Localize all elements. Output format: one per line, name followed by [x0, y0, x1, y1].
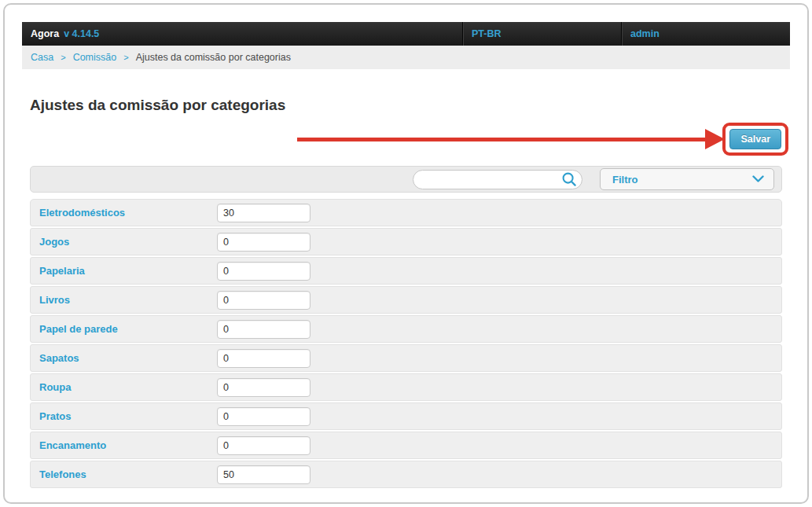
- commission-input[interactable]: [217, 436, 310, 455]
- commission-input[interactable]: [217, 204, 310, 222]
- commission-input[interactable]: [217, 378, 310, 397]
- category-link[interactable]: Pratos: [39, 410, 217, 422]
- category-row-eletrodomesticos: Eletrodomésticos: [30, 199, 782, 226]
- category-link[interactable]: Roupa: [39, 381, 217, 393]
- breadcrumb-separator: >: [123, 53, 128, 62]
- search-icon[interactable]: [561, 171, 577, 187]
- page-title: Ajustes da comissão por categorias: [30, 97, 782, 114]
- category-row-pratos: Pratos: [30, 402, 782, 430]
- category-row-roupa: Roupa: [30, 373, 782, 401]
- save-button[interactable]: Salvar: [729, 129, 781, 149]
- category-row-sapatos: Sapatos: [30, 344, 782, 372]
- annotation-highlight: Salvar: [722, 123, 788, 156]
- breadcrumb-current: Ajustes da comissão por categorias: [136, 52, 291, 63]
- top-bar: Agora v 4.14.5 PT-BR admin: [22, 22, 790, 46]
- annotation-arrow-head: [705, 129, 725, 149]
- category-link[interactable]: Sapatos: [39, 352, 217, 364]
- category-row-papelaria: Papelaria: [30, 257, 782, 285]
- category-link[interactable]: Livros: [39, 294, 217, 306]
- save-row: Salvar: [30, 122, 782, 156]
- user-menu[interactable]: admin: [621, 22, 790, 46]
- annotation-arrow-line: [297, 138, 706, 141]
- app-window: Agora v 4.14.5 PT-BR admin Casa > Comiss…: [3, 3, 809, 504]
- annotation-arrow: [297, 129, 725, 149]
- breadcrumb-link-commission[interactable]: Comissão: [73, 52, 117, 63]
- app-name: Agora: [31, 28, 59, 39]
- commission-input[interactable]: [217, 407, 310, 426]
- category-link[interactable]: Telefones: [39, 468, 217, 480]
- category-row-encanamento: Encanamento: [30, 432, 782, 459]
- commission-input[interactable]: [217, 233, 310, 252]
- toolbar: Filtro: [30, 166, 782, 193]
- filter-label: Filtro: [612, 174, 638, 186]
- category-row-telefones: Telefones: [30, 461, 782, 488]
- category-list: Eletrodomésticos Jogos Papelaria Livros …: [30, 199, 782, 488]
- language-label: PT-BR: [472, 28, 502, 39]
- category-link[interactable]: Jogos: [39, 236, 217, 248]
- commission-input[interactable]: [217, 465, 310, 484]
- category-link[interactable]: Encanamento: [39, 439, 217, 451]
- category-row-papel-de-parede: Papel de parede: [30, 315, 782, 343]
- category-link[interactable]: Eletrodomésticos: [39, 207, 217, 219]
- filter-dropdown[interactable]: Filtro: [600, 168, 774, 190]
- category-row-livros: Livros: [30, 286, 782, 314]
- breadcrumb-link-home[interactable]: Casa: [31, 52, 53, 63]
- breadcrumb: Casa > Comissão > Ajustes da comissão po…: [22, 46, 790, 69]
- user-label: admin: [630, 28, 660, 39]
- commission-input[interactable]: [217, 349, 310, 368]
- category-link[interactable]: Papelaria: [39, 265, 217, 277]
- search-input[interactable]: [423, 173, 561, 186]
- chevron-down-icon: [752, 172, 764, 186]
- app-version: v 4.14.5: [64, 28, 99, 39]
- category-link[interactable]: Papel de parede: [39, 323, 217, 335]
- language-menu[interactable]: PT-BR: [462, 22, 621, 46]
- brand: Agora v 4.14.5: [22, 22, 462, 46]
- commission-input[interactable]: [217, 291, 310, 310]
- commission-input[interactable]: [217, 320, 310, 339]
- search-box[interactable]: [413, 170, 582, 189]
- breadcrumb-separator: >: [61, 53, 65, 62]
- category-row-jogos: Jogos: [30, 228, 782, 255]
- commission-input[interactable]: [217, 262, 310, 281]
